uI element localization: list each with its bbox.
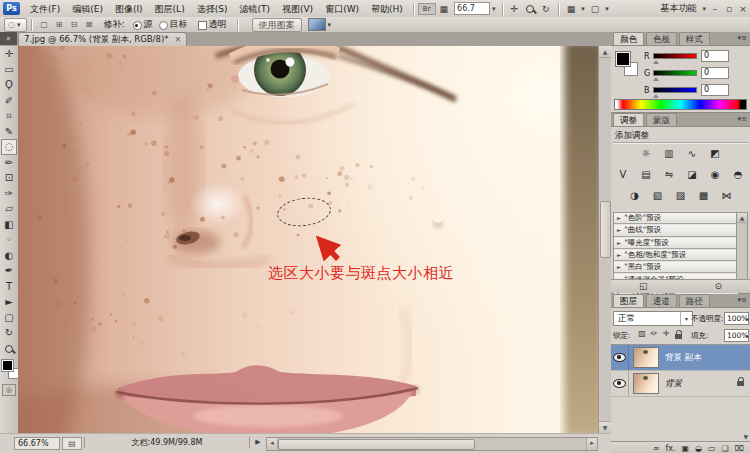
rotate-3d-tool[interactable]: ↻ <box>1 325 17 341</box>
status-flyout-icon[interactable]: ▶ <box>250 437 266 448</box>
new-group-icon[interactable]: ▭ <box>708 444 716 453</box>
gradient-tool[interactable]: ◧ <box>1 217 17 233</box>
shape-tool[interactable]: ▢ <box>1 310 17 326</box>
exposure-icon[interactable]: ◩ <box>706 147 724 161</box>
preset-hue-saturation[interactable]: ►"色相/饱和度"预设 <box>614 250 738 261</box>
bridge-icon[interactable]: Br <box>418 3 436 15</box>
tab-swatches[interactable]: 色板 <box>646 32 677 45</box>
intersect-selection-icon[interactable]: ⊠ <box>83 18 96 31</box>
status-mini-icon[interactable]: ▤ <box>62 437 82 450</box>
image-canvas[interactable]: 选区大小要与斑点大小相近 <box>18 46 598 433</box>
menu-file[interactable]: 文件(F) <box>24 1 66 17</box>
foreground-color-swatch[interactable] <box>616 52 630 66</box>
tab-styles[interactable]: 样式 <box>679 32 710 45</box>
new-selection-icon[interactable]: ▢ <box>38 18 51 31</box>
restore-button[interactable]: ▫ <box>722 4 736 14</box>
blue-value-input[interactable]: 0 <box>701 84 729 96</box>
color-balance-icon[interactable]: ⇋ <box>660 168 678 182</box>
selective-color-icon[interactable]: ⋈ <box>718 189 736 203</box>
layer-row-background-copy[interactable]: 背景 副本 <box>611 345 750 371</box>
status-zoom-input[interactable]: 66.67% <box>14 437 60 450</box>
quick-mask-button[interactable]: ◎ <box>2 384 16 396</box>
zoom-tool[interactable] <box>1 341 17 357</box>
layer-thumbnail[interactable] <box>633 347 659 368</box>
source-radio[interactable] <box>133 21 142 30</box>
vertical-scrollbar[interactable]: ▲ ▼ <box>598 46 611 433</box>
quick-selection-tool[interactable]: ✐ <box>1 93 17 109</box>
tab-adjustments[interactable]: 调整 <box>613 113 644 126</box>
chevron-down-icon[interactable]: ▾ <box>579 5 587 13</box>
green-value-input[interactable]: 0 <box>701 67 729 79</box>
type-tool[interactable]: T <box>1 279 17 295</box>
layer-style-icon[interactable]: fx. <box>665 444 675 453</box>
tab-layers[interactable]: 图层 <box>613 294 644 307</box>
zoom-level-input[interactable]: 66.7 <box>454 2 490 15</box>
transparent-checkbox[interactable] <box>198 21 207 30</box>
pattern-swatch[interactable] <box>308 18 326 31</box>
tab-channels[interactable]: 通道 <box>646 294 677 307</box>
blue-slider[interactable] <box>653 87 697 93</box>
preset-black-white[interactable]: ►"黑白"预设 <box>614 262 738 273</box>
new-layer-icon[interactable]: ❏ <box>722 444 729 453</box>
layer-thumbnail[interactable] <box>633 373 659 394</box>
ps-logo-icon[interactable]: Ps <box>3 2 20 15</box>
menu-window[interactable]: 窗口(W) <box>319 1 365 17</box>
panel-menu-icon[interactable]: ▾≡ <box>738 296 747 304</box>
flyout-right-icon[interactable]: ▸ <box>746 332 749 339</box>
scroll-right-icon[interactable]: ▸ <box>586 438 597 450</box>
use-pattern-button[interactable]: 使用图案 <box>252 18 302 32</box>
brush-tool[interactable]: ✏ <box>1 155 17 171</box>
vertical-scrollbar-thumb[interactable] <box>600 201 611 258</box>
close-button[interactable]: × <box>736 4 750 14</box>
lock-transparency-icon[interactable]: ▨ <box>637 329 647 338</box>
blend-mode-select[interactable]: 正常 ▾ <box>613 311 693 326</box>
arrange-documents-icon[interactable]: ▦ <box>563 1 580 17</box>
tab-color[interactable]: 颜色 <box>613 32 644 45</box>
scroll-up-icon[interactable]: ▲ <box>599 46 611 58</box>
lock-all-icon[interactable] <box>673 330 683 339</box>
posterize-icon[interactable]: ▧ <box>649 189 667 203</box>
dodge-tool[interactable]: ◐ <box>1 248 17 264</box>
marquee-tool[interactable]: ▭ <box>1 62 17 78</box>
eyedropper-tool[interactable]: ✎ <box>1 124 17 140</box>
adjustment-layer-icon[interactable]: ◒ <box>695 444 702 453</box>
toggle-visibility-icon[interactable]: ⊙ <box>714 281 722 291</box>
history-brush-tool[interactable]: ✑ <box>1 186 17 202</box>
visibility-cell[interactable] <box>611 371 629 396</box>
layer-name[interactable]: 背景 副本 <box>665 352 702 364</box>
workspace-switcher[interactable]: 基本功能 <box>656 2 700 15</box>
delete-layer-icon[interactable]: ⌧ <box>735 444 744 453</box>
collapse-toolbar-icon[interactable]: » <box>0 32 17 45</box>
close-tab-icon[interactable]: × <box>174 35 181 44</box>
chevron-down-icon[interactable]: ▾ <box>326 21 334 29</box>
horizontal-scrollbar[interactable]: ◂ ▸ <box>266 437 598 451</box>
subtract-selection-icon[interactable]: ⊟ <box>68 18 81 31</box>
eye-icon[interactable] <box>613 379 626 388</box>
menu-layer[interactable]: 图层(L) <box>149 1 191 17</box>
chevron-down-icon[interactable]: ▾ <box>603 5 611 13</box>
zoom-tool-icon[interactable] <box>522 1 538 17</box>
minimize-button[interactable]: – <box>708 4 722 14</box>
layer-row-background[interactable]: 背景 <box>611 371 750 397</box>
preset-curves[interactable]: ►"曲线"预设 <box>614 225 738 236</box>
layer-name[interactable]: 背景 <box>665 378 682 390</box>
menu-image[interactable]: 图像(I) <box>109 1 149 17</box>
add-selection-icon[interactable]: ⊞ <box>53 18 66 31</box>
scroll-down-icon[interactable]: ▼ <box>599 421 611 433</box>
scroll-down-icon[interactable]: ▼ <box>743 433 748 440</box>
menu-select[interactable]: 选择(S) <box>191 1 234 17</box>
hand-tool-icon[interactable]: ✛ <box>507 1 523 17</box>
curves-icon[interactable]: ∿ <box>683 147 701 161</box>
tab-masks[interactable]: 蒙版 <box>646 113 677 126</box>
eye-icon[interactable] <box>613 353 626 362</box>
lock-pixels-icon[interactable]: ✏ <box>649 329 659 338</box>
green-slider[interactable] <box>653 70 697 76</box>
chevron-down-icon[interactable]: ▾ <box>490 5 498 13</box>
expand-panel-icon[interactable]: ◱ <box>639 281 648 291</box>
channel-mixer-icon[interactable]: ◓ <box>729 168 747 182</box>
screen-mode-icon[interactable]: ▢ <box>587 1 604 17</box>
transparent-checkbox-label[interactable]: 透明 <box>209 18 227 31</box>
menu-edit[interactable]: 编辑(E) <box>66 1 109 17</box>
chevron-down-icon[interactable]: ▾ <box>700 5 708 13</box>
patch-tool-selected[interactable]: ◌ <box>1 139 17 155</box>
